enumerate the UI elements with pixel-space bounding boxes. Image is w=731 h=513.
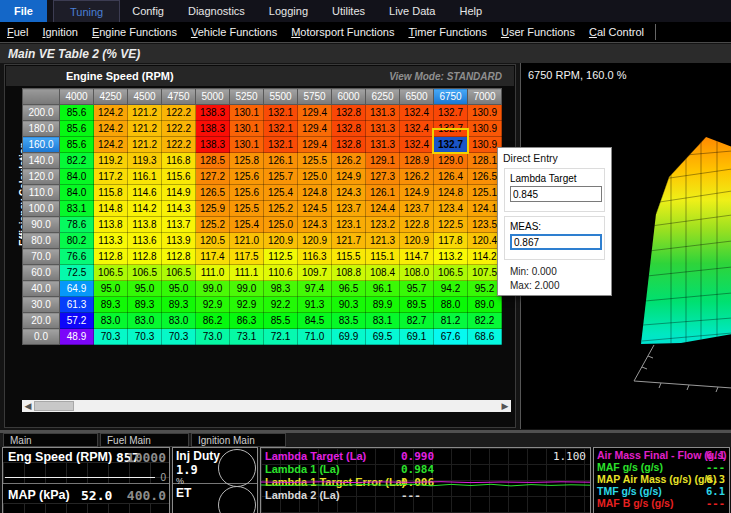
horizontal-scrollbar[interactable]: ◀ ▶ (22, 400, 511, 412)
ve-cell[interactable]: 114.7 (400, 249, 434, 265)
ve-cell[interactable]: 114.8 (94, 201, 128, 217)
ve-cell[interactable]: 89.3 (94, 297, 128, 313)
ve-cell[interactable]: 138.3 (196, 137, 230, 153)
ve-cell[interactable]: 125.6 (230, 169, 264, 185)
scrollbar-thumb[interactable] (34, 401, 74, 411)
ve-cell[interactable]: 124.4 (366, 201, 400, 217)
ve-cell[interactable]: 108.4 (366, 265, 400, 281)
ve-cell[interactable]: 112.8 (162, 249, 196, 265)
ve-cell[interactable]: 124.2 (94, 105, 128, 121)
ve-cell[interactable]: 84.0 (60, 169, 94, 185)
ve-cell[interactable]: 85.6 (60, 105, 94, 121)
ve-cell[interactable]: 122.2 (162, 137, 196, 153)
ve-cell[interactable]: 106.5 (94, 265, 128, 281)
ve-cell[interactable]: 117.4 (196, 249, 230, 265)
col-header-6250[interactable]: 6250 (366, 89, 400, 105)
ve-cell[interactable]: 120.9 (400, 233, 434, 249)
ribbon-item-motorsport-functions[interactable]: Motorsport Functions (284, 26, 401, 38)
ve-cell[interactable]: 106.5 (162, 265, 196, 281)
row-header-20.0[interactable]: 20.0 (23, 313, 60, 329)
row-header-120.0[interactable]: 120.0 (23, 169, 60, 185)
row-header-60.0[interactable]: 60.0 (23, 265, 60, 281)
ve-cell[interactable]: 132.1 (264, 121, 298, 137)
row-header-40.0[interactable]: 40.0 (23, 281, 60, 297)
ve-cell[interactable]: 86.3 (230, 313, 264, 329)
ve-cell[interactable]: 132.8 (332, 137, 366, 153)
ve-cell[interactable]: 113.3 (94, 233, 128, 249)
col-header-6000[interactable]: 6000 (332, 89, 366, 105)
col-header-6500[interactable]: 6500 (400, 89, 434, 105)
ve-cell[interactable]: 112.5 (264, 249, 298, 265)
ve-cell[interactable]: 73.1 (230, 329, 264, 345)
ve-cell[interactable]: 95.0 (94, 281, 128, 297)
menu-item-file[interactable]: File (0, 0, 47, 22)
col-header-5000[interactable]: 5000 (196, 89, 230, 105)
ve-cell[interactable]: 125.0 (298, 169, 332, 185)
ve-cell[interactable]: 61.3 (60, 297, 94, 313)
ve-cell[interactable]: 112.8 (94, 249, 128, 265)
ve-cell[interactable]: 132.4 (400, 137, 434, 153)
ve-cell[interactable]: 83.0 (162, 313, 196, 329)
ve-cell[interactable]: 109.7 (298, 265, 332, 281)
ve-cell[interactable]: 124.5 (298, 201, 332, 217)
ve-cell[interactable]: 94.2 (434, 281, 468, 297)
ribbon-item-ignition[interactable]: Ignition (35, 26, 84, 38)
ve-cell[interactable]: 138.3 (196, 121, 230, 137)
meas-input[interactable] (510, 234, 602, 250)
ve-cell[interactable]: 125.4 (230, 217, 264, 233)
ve-cell[interactable]: 108.0 (400, 265, 434, 281)
ve-cell[interactable]: 115.6 (162, 169, 196, 185)
ve-cell[interactable]: 81.2 (434, 313, 468, 329)
ve-cell[interactable]: 113.8 (94, 217, 128, 233)
ve-cell[interactable]: 69.9 (332, 329, 366, 345)
ve-cell[interactable]: 92.2 (264, 297, 298, 313)
ve-cell[interactable]: 125.5 (230, 201, 264, 217)
menu-item-utilites[interactable]: Utilites (320, 0, 377, 22)
ve-cell[interactable]: 130.1 (230, 121, 264, 137)
ve-cell[interactable]: 129.4 (298, 121, 332, 137)
ve-cell[interactable]: 116.3 (298, 249, 332, 265)
col-header-4000[interactable]: 4000 (60, 89, 94, 105)
ve-cell[interactable]: 82.2 (60, 153, 94, 169)
ve-cell[interactable]: 123.2 (366, 217, 400, 233)
ve-cell[interactable]: 114.2 (128, 201, 162, 217)
ve-cell[interactable]: 119.3 (128, 153, 162, 169)
ve-cell[interactable]: 121.0 (230, 233, 264, 249)
ve-cell[interactable]: 91.3 (298, 297, 332, 313)
ve-cell[interactable]: 125.8 (230, 153, 264, 169)
ve-cell[interactable]: 132.4 (400, 121, 434, 137)
ve-cell[interactable]: 129.4 (298, 105, 332, 121)
ve-cell[interactable]: 89.3 (162, 297, 196, 313)
ve-cell[interactable]: 69.1 (400, 329, 434, 345)
ve-cell[interactable]: 125.2 (196, 217, 230, 233)
menu-item-help[interactable]: Help (448, 0, 495, 22)
menu-item-diagnostics[interactable]: Diagnostics (176, 0, 257, 22)
tab-main[interactable]: Main (3, 433, 98, 447)
ve-cell[interactable]: 124.3 (332, 185, 366, 201)
ve-cell[interactable]: 83.5 (332, 313, 366, 329)
ve-cell[interactable]: 121.2 (128, 105, 162, 121)
ve-cell[interactable]: 123.1 (332, 217, 366, 233)
ve-cell[interactable]: 89.5 (400, 297, 434, 313)
ve-cell[interactable]: 99.0 (196, 281, 230, 297)
scroll-right-arrow[interactable]: ▶ (499, 400, 511, 412)
ve-cell[interactable]: 70.3 (128, 329, 162, 345)
ve-cell[interactable]: 113.9 (162, 233, 196, 249)
row-header-30.0[interactable]: 30.0 (23, 297, 60, 313)
ve-cell[interactable]: 76.6 (60, 249, 94, 265)
row-header-180.0[interactable]: 180.0 (23, 121, 60, 137)
ve-cell[interactable]: 126.5 (196, 185, 230, 201)
row-header-80.0[interactable]: 80.0 (23, 233, 60, 249)
ve-cell[interactable]: 98.3 (264, 281, 298, 297)
ve-cell[interactable]: 71.0 (298, 329, 332, 345)
ve-cell[interactable]: 84.0 (60, 185, 94, 201)
menu-item-tuning[interactable]: Tuning (53, 0, 120, 22)
ve-cell[interactable]: 92.9 (196, 297, 230, 313)
ve-cell[interactable]: 92.9 (230, 297, 264, 313)
ve-cell[interactable]: 126.1 (366, 185, 400, 201)
row-header-140.0[interactable]: 140.0 (23, 153, 60, 169)
ve-cell[interactable]: 111.1 (230, 265, 264, 281)
ve-cell[interactable]: 124.3 (298, 217, 332, 233)
ve-cell[interactable]: 117.8 (434, 233, 468, 249)
ve-cell[interactable]: 117.5 (230, 249, 264, 265)
